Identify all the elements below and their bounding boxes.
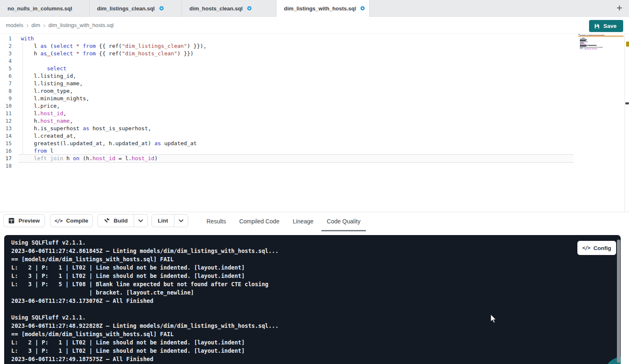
line-number: 7	[0, 80, 18, 87]
line-number: 12	[0, 117, 18, 125]
plus-icon: +	[617, 2, 622, 14]
line-number: 15	[0, 140, 18, 147]
line-number: 11	[0, 110, 18, 117]
unsaved-changes-icon[interactable]	[159, 6, 164, 10]
code-line-4[interactable]: 4	[0, 57, 574, 65]
line-number: 14	[0, 132, 18, 140]
line-number: 3	[0, 50, 18, 57]
table-icon	[8, 218, 15, 224]
action-toolbar: Preview </> Compile Build Lint	[0, 212, 629, 230]
lint-dropdown-button[interactable]	[174, 215, 188, 227]
config-label: Config	[593, 245, 611, 251]
compile-button[interactable]: </> Compile	[50, 214, 93, 227]
code-line-1[interactable]: 1with	[0, 35, 574, 42]
code-line-13[interactable]: 13 h.is_superhost as host_is_superhost,	[0, 125, 574, 132]
preview-label: Preview	[18, 218, 40, 224]
panel-tabs: Results Compiled Code Lineage Code Quali…	[200, 212, 367, 230]
dbt-cloud-ide: no_nulls_in_columns.sql dim_listings_cle…	[0, 0, 629, 364]
save-button[interactable]: Save	[589, 20, 623, 32]
line-number: 10	[0, 102, 18, 110]
chevron-down-icon	[179, 219, 184, 223]
editor-scrollbar-marker[interactable]	[625, 102, 629, 104]
line-number: 4	[0, 57, 18, 65]
tab-results[interactable]: Results	[200, 212, 233, 230]
tab-label: no_nulls_in_columns.sql	[7, 5, 72, 12]
terminal-line	[11, 305, 278, 313]
terminal-line: 2023-06-06T11:27:43.173076Z — All Finish…	[11, 297, 278, 305]
tab-label: dim_listings_with_hosts.sql	[284, 5, 356, 12]
minimap-warning-stripe	[578, 35, 624, 37]
save-label: Save	[603, 23, 617, 29]
build-label: Build	[114, 218, 128, 224]
tab-label: Code Quality	[327, 218, 360, 225]
breadcrumb-models[interactable]: models	[6, 22, 23, 28]
tab-dim-listings-clean[interactable]: dim_listings_clean.sql	[90, 0, 182, 17]
lint-output-terminal[interactable]: Using SQLFluff v2.1.1.2023-06-06T11:27:4…	[4, 235, 621, 364]
code-line-9[interactable]: 9 l.minimum_nights,	[0, 95, 574, 102]
build-dropdown-button[interactable]	[134, 215, 147, 227]
code-line-8[interactable]: 8 l.room_type,	[0, 87, 574, 95]
line-number: 18	[0, 162, 18, 170]
code-line-14[interactable]: 14 l.created_at,	[0, 132, 574, 140]
tab-dim-listings-with-hosts[interactable]: dim_listings_with_hosts.sql	[276, 0, 370, 17]
line-number: 13	[0, 125, 18, 132]
terminal-line: 2023-06-06T11:27:49.187575Z — All Finish…	[11, 355, 278, 363]
code-line-2[interactable]: 2 l as (select * from {{ ref("dim_listin…	[0, 42, 574, 50]
unsaved-changes-icon[interactable]	[360, 6, 365, 10]
tab-code-quality[interactable]: Code Quality	[320, 212, 367, 230]
breadcrumb-bar: models › dim › dim_listings_with_hosts.s…	[0, 17, 629, 34]
code-line-7[interactable]: 7 l.listing_name,	[0, 80, 574, 87]
code-line-16[interactable]: 16 from l	[0, 147, 574, 155]
line-number: 8	[0, 87, 18, 95]
code-icon: </>	[55, 218, 62, 224]
terminal-line: == [models/dim/dim_listings_with_hosts.s…	[11, 255, 278, 263]
tab-lineage[interactable]: Lineage	[286, 212, 320, 230]
tab-no-nulls-in-columns[interactable]: no_nulls_in_columns.sql	[0, 0, 90, 17]
terminal-line: Using SQLFluff v2.1.1.	[11, 238, 278, 247]
line-number: 5	[0, 65, 18, 72]
terminal-line: 2023-06-06T11:27:42.861845Z — Linting mo…	[11, 247, 278, 255]
minimap[interactable]	[578, 34, 624, 52]
config-button[interactable]: </> Config	[577, 241, 616, 255]
build-button[interactable]: Build	[98, 215, 134, 227]
code-line-17[interactable]: 17 left join h on (h.host_id = l.host_id…	[0, 155, 574, 162]
editor-scrollbar-track[interactable]	[624, 34, 625, 212]
terminal-line: L: 2 | P: 1 | LT02 | Line should not be …	[11, 263, 278, 272]
line-number: 16	[0, 147, 18, 155]
lint-label: Lint	[158, 218, 168, 224]
code-line-5[interactable]: 5 select	[0, 65, 574, 72]
code-line-11[interactable]: 11 l.host_id,	[0, 110, 574, 117]
line-number: 1	[0, 35, 18, 42]
tab-label: Compiled Code	[239, 218, 280, 225]
new-tab-button[interactable]: +	[612, 1, 627, 15]
code-line-15[interactable]: 15 greatest(l.updated_at, h.updated_at) …	[0, 140, 574, 147]
chevron-right-icon: ›	[43, 22, 46, 29]
lint-button[interactable]: Lint	[152, 215, 174, 227]
breadcrumb-dim[interactable]: dim	[32, 22, 40, 28]
terminal-line: L: 3 | P: 1 | LT02 | Line should not be …	[11, 272, 278, 280]
line-number: 17	[0, 155, 18, 162]
code-line-12[interactable]: 12 h.host_name,	[0, 117, 574, 125]
code-editor[interactable]: 1with2 l as (select * from {{ ref("dim_l…	[0, 34, 629, 212]
tab-compiled-code[interactable]: Compiled Code	[233, 212, 286, 230]
tab-label: Lineage	[293, 218, 313, 225]
code-lines: 1with2 l as (select * from {{ ref("dim_l…	[0, 35, 574, 170]
tab-label: dim_listings_clean.sql	[97, 5, 155, 12]
terminal-lines: Using SQLFluff v2.1.1.2023-06-06T11:27:4…	[11, 238, 278, 363]
chevron-right-icon: ›	[26, 22, 29, 29]
code-line-18[interactable]: 18	[0, 162, 574, 170]
code-line-10[interactable]: 10 l.price,	[0, 102, 574, 110]
overview-ruler-warning-marker[interactable]	[626, 42, 629, 47]
code-line-6[interactable]: 6 l.listing_id,	[0, 72, 574, 80]
unsaved-changes-icon[interactable]	[247, 6, 251, 10]
tab-dim-hosts-clean[interactable]: dim_hosts_clean.sql	[182, 0, 276, 17]
lint-split-button: Lint	[152, 214, 188, 227]
tab-label: dim_hosts_clean.sql	[189, 5, 243, 12]
tab-label: Results	[206, 218, 226, 225]
code-line-3[interactable]: 3 h as (select * from {{ ref("dim_hosts_…	[0, 50, 574, 57]
code-icon: </>	[582, 245, 590, 251]
preview-button[interactable]: Preview	[3, 214, 45, 227]
terminal-scrollbar-thumb[interactable]	[617, 240, 620, 363]
terminal-line: Using SQLFluff v2.1.1.	[11, 313, 278, 322]
line-number: 6	[0, 72, 18, 80]
